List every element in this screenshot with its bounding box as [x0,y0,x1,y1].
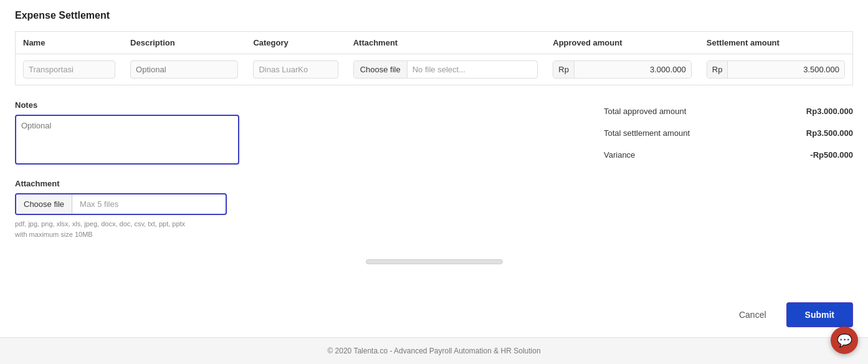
file-name-display: No file select... [408,61,538,78]
description-input[interactable] [130,60,238,79]
page-footer: © 2020 Talenta.co - Advanced Payroll Aut… [0,337,868,364]
currency-prefix-approved: Rp [553,61,575,78]
col-header-name: Name [16,32,123,54]
progress-bar-area [15,259,853,264]
total-approved-value: Rp3.000.000 [806,107,853,116]
settlement-amount-input[interactable] [728,61,844,78]
settlement-amount-wrapper: Rp [707,60,845,79]
summary-panel: Total approved amount Rp3.000.000 Total … [604,100,853,239]
file-hint: pdf, jpg, png, xlsx, xls, jpeg, docx, do… [15,219,239,239]
category-input[interactable] [253,60,338,79]
total-settlement-row: Total settlement amount Rp3.500.000 [604,122,853,144]
choose-file-button[interactable]: Choose file [354,61,408,78]
col-header-description: Description [123,32,246,54]
col-header-attachment: Attachment [346,32,546,54]
attachment-choose-file-button[interactable]: Choose file [16,194,72,214]
notes-label: Notes [15,100,239,110]
attachment-max-files: Max 5 files [72,194,126,214]
expense-table: Name Description Category Attachment App… [15,31,853,85]
attachment-label: Attachment [15,179,239,188]
approved-amount-wrapper: Rp [553,60,692,79]
attachment-section: Attachment Choose file Max 5 files pdf, … [15,179,239,239]
file-hint-line1: pdf, jpg, png, xlsx, xls, jpeg, docx, do… [15,220,185,228]
total-approved-row: Total approved amount Rp3.000.000 [604,100,853,122]
col-header-settlement: Settlement amount [699,32,853,54]
notes-textarea[interactable] [15,115,239,165]
cancel-button[interactable]: Cancel [729,305,776,325]
approved-amount-input[interactable] [575,61,691,78]
currency-prefix-settlement: Rp [707,61,728,78]
name-input[interactable] [23,60,115,79]
footer-actions: Cancel Submit [0,292,868,337]
total-settlement-value: Rp3.500.000 [806,128,853,138]
total-approved-label: Total approved amount [604,107,686,116]
submit-button[interactable]: Submit [786,302,853,327]
variance-row: Variance -Rp500.000 [604,144,853,166]
attachment-file-wrapper: Choose file Max 5 files [15,193,227,215]
table-row: Choose file No file select... Rp Rp [16,54,853,85]
total-settlement-label: Total settlement amount [604,128,690,138]
footer-text: © 2020 Talenta.co - Advanced Payroll Aut… [327,347,540,355]
progress-bar [366,259,503,264]
notes-section: Notes [15,100,239,166]
file-hint-line2: with maximum size 10MB [15,231,93,238]
page-title: Expense Settlement [15,10,853,21]
col-header-approved: Approved amount [545,32,699,54]
col-header-category: Category [246,32,345,54]
attachment-file-input: Choose file No file select... [353,60,538,79]
chat-bubble-button[interactable]: 💬 [831,327,858,354]
variance-label: Variance [604,150,635,160]
chat-icon: 💬 [837,333,852,348]
variance-value: -Rp500.000 [810,150,853,160]
